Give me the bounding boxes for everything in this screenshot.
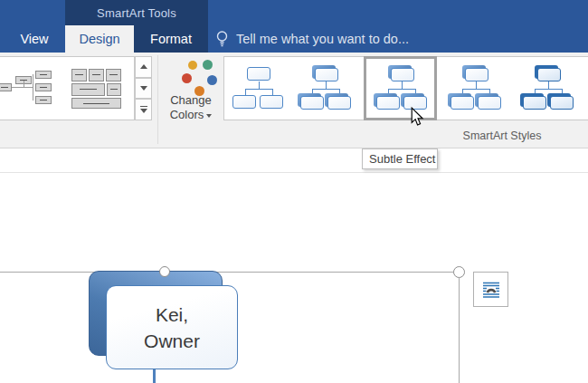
layout-shape xyxy=(35,71,52,79)
org-node-kei-owner[interactable]: Kei, Owner xyxy=(106,285,238,369)
smartart-frame-right-border xyxy=(459,278,460,383)
up-arrow-icon xyxy=(140,64,147,69)
org-node-text-line1: Kei, xyxy=(144,302,200,328)
color-dot-blue xyxy=(207,75,217,85)
color-dot-green xyxy=(203,60,213,70)
tab-view[interactable]: View xyxy=(7,25,62,53)
more-arrow-triangle xyxy=(140,109,147,113)
org-chart-style-preview xyxy=(373,63,429,112)
smartart-style-thumbnail[interactable] xyxy=(518,61,576,117)
change-colors-button[interactable]: Change Colors xyxy=(161,54,221,145)
layout-connector xyxy=(12,87,33,88)
tab-design[interactable]: Design xyxy=(65,25,134,53)
smartart-style-thumbnail[interactable] xyxy=(446,61,504,117)
layout-connector xyxy=(33,74,33,101)
tell-me-placeholder: Tell me what you want to do... xyxy=(236,32,409,46)
gallery-scroll-down-button[interactable] xyxy=(135,78,152,100)
layout-shape xyxy=(89,69,104,81)
layout-options-icon xyxy=(480,279,502,301)
smartart-frame-top-border xyxy=(0,272,454,273)
group-separator xyxy=(157,55,158,144)
layout-options-button[interactable] xyxy=(473,272,508,307)
layout-connector xyxy=(24,81,24,88)
word-window: SmartArt Tools View Design Format Tell m… xyxy=(0,0,588,383)
change-colors-label-text: Colors xyxy=(170,108,204,121)
tab-design-label: Design xyxy=(79,32,119,46)
document-boundary-line xyxy=(0,172,588,173)
smartart-style-thumbnail[interactable] xyxy=(296,61,354,117)
layout-shape xyxy=(35,96,52,104)
tab-view-label: View xyxy=(20,32,48,46)
layout-shape xyxy=(71,83,105,96)
layout-shape xyxy=(107,83,121,96)
selection-handle-top[interactable] xyxy=(159,266,170,277)
layout-shape xyxy=(106,69,121,81)
org-chart-connector-line xyxy=(153,369,156,383)
tab-format-label: Format xyxy=(150,32,192,46)
org-chart-style-preview xyxy=(519,63,575,112)
change-colors-label-line1: Change xyxy=(161,93,221,107)
layouts-gallery xyxy=(0,56,135,120)
title-bar: SmartArt Tools xyxy=(0,0,588,25)
contextual-tab-group-label: SmartArt Tools xyxy=(97,6,176,20)
tab-format[interactable]: Format xyxy=(134,25,208,53)
contextual-tab-group-header: SmartArt Tools xyxy=(65,0,208,25)
smartart-styles-group-label: SmartArt Styles xyxy=(416,129,588,142)
color-dot-gold xyxy=(188,61,197,70)
smartart-style-thumbnail[interactable] xyxy=(229,61,287,117)
layout-shape xyxy=(71,69,87,81)
color-dot-red xyxy=(182,73,192,83)
smartart-styles-gallery xyxy=(223,56,588,120)
org-node-text-line2: Owner xyxy=(144,328,200,354)
tell-me-box[interactable]: Tell me what you want to do... xyxy=(215,25,409,53)
layout-shape xyxy=(0,83,12,91)
gallery-scroll-up-button[interactable] xyxy=(135,56,152,78)
selection-handle-corner[interactable] xyxy=(453,266,465,278)
tooltip-subtle-effect: Subtle Effect xyxy=(362,148,438,169)
layout-shape xyxy=(71,98,121,109)
lightbulb-icon xyxy=(215,30,229,48)
color-dots-icon xyxy=(179,60,219,98)
org-chart-style-preview xyxy=(297,63,353,112)
layout-shape xyxy=(35,83,52,91)
gallery-more-button[interactable] xyxy=(135,99,152,120)
ribbon: Change Colors SmartArt Styles xyxy=(0,53,588,148)
more-arrow-icon xyxy=(140,106,147,107)
org-chart-style-preview xyxy=(230,63,286,112)
layouts-gallery-scroll xyxy=(135,56,152,120)
tooltip-text: Subtle Effect xyxy=(369,152,435,166)
chevron-down-icon xyxy=(206,114,212,118)
cursor-arrow-icon xyxy=(408,107,426,130)
org-node-text: Kei, Owner xyxy=(144,302,200,354)
change-colors-label-line2: Colors xyxy=(161,108,221,121)
down-arrow-icon xyxy=(140,86,147,91)
org-chart-style-preview xyxy=(447,63,503,112)
